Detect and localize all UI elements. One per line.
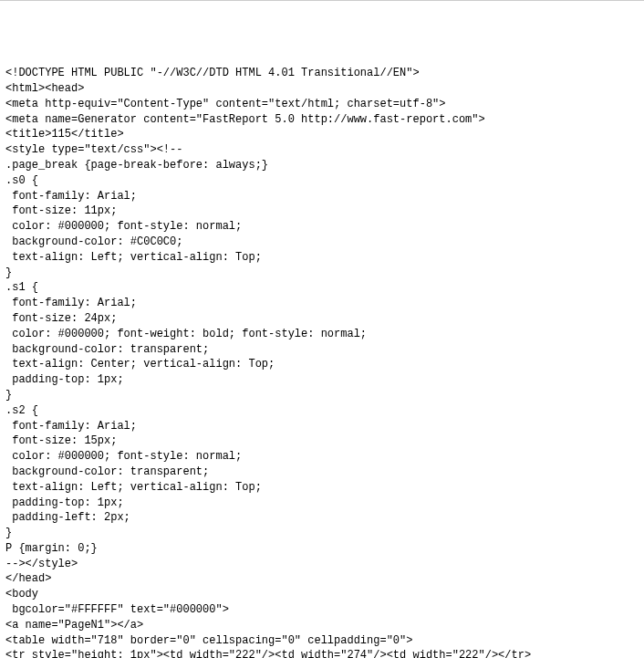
code-line: font-size: 15px; (5, 433, 639, 449)
code-line: <a name="PageN1"></a> (5, 618, 639, 633)
code-line: padding-top: 1px; (5, 496, 639, 511)
code-line: <!DOCTYPE HTML PUBLIC "-//W3C//DTD HTML … (5, 66, 639, 81)
code-line: .s0 { (5, 173, 639, 189)
code-line: <meta name=Generator content="FastReport… (5, 112, 639, 128)
code-line: } (5, 266, 639, 281)
code-line: color: #000000; font-style: normal; (5, 449, 639, 465)
code-line: font-family: Arial; (5, 296, 639, 311)
code-line: P {margin: 0;} (5, 541, 639, 557)
code-line: font-family: Arial; (5, 419, 639, 434)
code-line: padding-left: 2px; (5, 510, 639, 526)
code-line: background-color: #C0C0C0; (5, 235, 639, 250)
html-source-view: <!DOCTYPE HTML PUBLIC "-//W3C//DTD HTML … (5, 66, 639, 658)
code-line: <style type="text/css"><!-- (5, 142, 639, 158)
code-line: <meta http-equiv="Content-Type" content=… (5, 97, 639, 112)
code-line: background-color: transparent; (5, 465, 639, 480)
code-line: color: #000000; font-weight: bold; font-… (5, 327, 639, 342)
code-line: .s2 { (5, 403, 639, 419)
code-line: <html><head> (5, 81, 639, 97)
code-line: text-align: Left; vertical-align: Top; (5, 250, 639, 266)
code-line: <tr style="height: 1px"><td width="222"/… (5, 648, 639, 658)
code-line: } (5, 526, 639, 541)
code-line: .s1 { (5, 280, 639, 296)
code-line: </head> (5, 571, 639, 587)
code-line: text-align: Left; vertical-align: Top; (5, 480, 639, 496)
code-line: font-size: 11px; (5, 204, 639, 219)
code-line: font-size: 24px; (5, 311, 639, 327)
code-line: <table width="718" border="0" cellspacin… (5, 633, 639, 649)
code-line: <body (5, 587, 639, 602)
code-line: --></style> (5, 557, 639, 572)
code-line: font-family: Arial; (5, 189, 639, 204)
code-line: .page_break {page-break-before: always;} (5, 158, 639, 173)
code-line: color: #000000; font-style: normal; (5, 219, 639, 235)
code-line: background-color: transparent; (5, 342, 639, 358)
code-line: bgcolor="#FFFFFF" text="#000000"> (5, 602, 639, 618)
code-line: } (5, 388, 639, 403)
code-line: <title>115</title> (5, 127, 639, 142)
code-line: padding-top: 1px; (5, 372, 639, 388)
code-line: text-align: Center; vertical-align: Top; (5, 357, 639, 372)
